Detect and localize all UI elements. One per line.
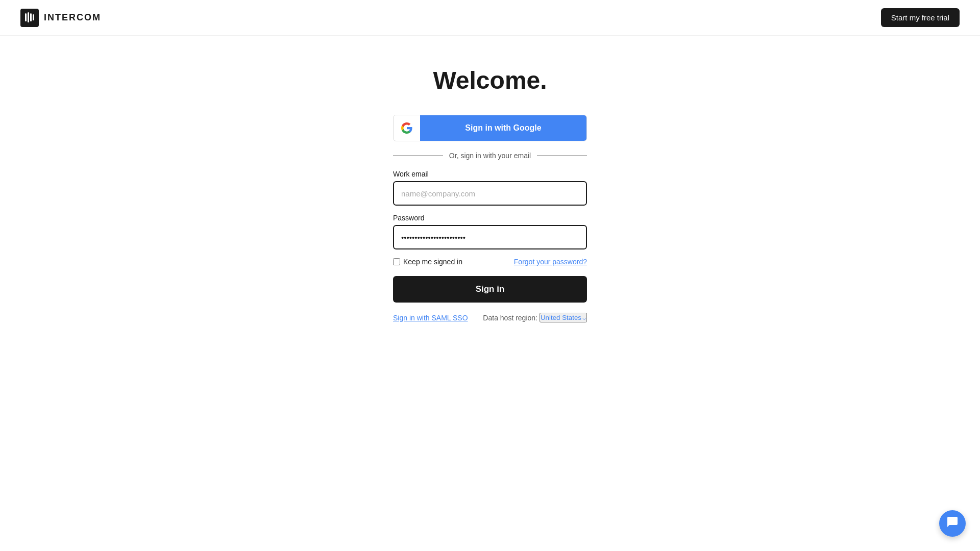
email-field-group: Work email <box>393 170 587 206</box>
password-label: Password <box>393 214 587 222</box>
svg-rect-2 <box>28 12 29 22</box>
intercom-logo-icon <box>20 9 39 27</box>
password-field-group: Password <box>393 214 587 249</box>
signin-button[interactable]: Sign in <box>393 276 587 303</box>
email-input[interactable] <box>393 181 587 206</box>
form-container: Sign in with Google Or, sign in with you… <box>393 115 587 322</box>
data-host-region: Data host region: United States ⌵ <box>483 313 587 322</box>
keep-signed-in-text: Keep me signed in <box>403 258 462 266</box>
bottom-row: Sign in with SAML SSO Data host region: … <box>393 313 587 322</box>
logo-area: INTERCOM <box>20 9 101 27</box>
svg-rect-0 <box>20 9 39 27</box>
main-content: Welcome. Sign in with Google Or, sign in… <box>0 36 980 322</box>
divider: Or, sign in with your email <box>393 152 587 160</box>
keep-signed-in-label[interactable]: Keep me signed in <box>393 258 462 266</box>
data-host-region-value-text: United States <box>541 314 581 321</box>
google-signin-text: Sign in with Google <box>420 115 586 141</box>
data-host-region-selector[interactable]: United States ⌵ <box>540 313 587 322</box>
svg-rect-1 <box>25 13 27 21</box>
start-trial-button[interactable]: Start my free trial <box>881 8 960 27</box>
divider-text: Or, sign in with your email <box>449 152 531 160</box>
svg-rect-4 <box>33 14 34 20</box>
google-g-icon <box>401 122 413 134</box>
forgot-password-link[interactable]: Forgot your password? <box>514 258 587 266</box>
divider-line-left <box>393 156 443 156</box>
chat-bubble[interactable] <box>939 510 966 537</box>
header: INTERCOM Start my free trial <box>0 0 980 36</box>
email-label: Work email <box>393 170 587 178</box>
saml-sso-link[interactable]: Sign in with SAML SSO <box>393 314 468 322</box>
google-signin-button[interactable]: Sign in with Google <box>393 115 587 141</box>
page-title: Welcome. <box>433 66 547 94</box>
divider-line-right <box>537 156 587 156</box>
keep-signed-in-checkbox[interactable] <box>393 258 400 265</box>
logo-text: INTERCOM <box>44 12 101 23</box>
data-host-region-label: Data host region: <box>483 314 537 322</box>
chat-icon <box>946 516 959 531</box>
password-input[interactable] <box>393 225 587 249</box>
google-icon-area <box>394 115 420 141</box>
svg-rect-3 <box>30 13 32 21</box>
options-row: Keep me signed in Forgot your password? <box>393 258 587 266</box>
chevron-down-icon: ⌵ <box>582 314 586 321</box>
